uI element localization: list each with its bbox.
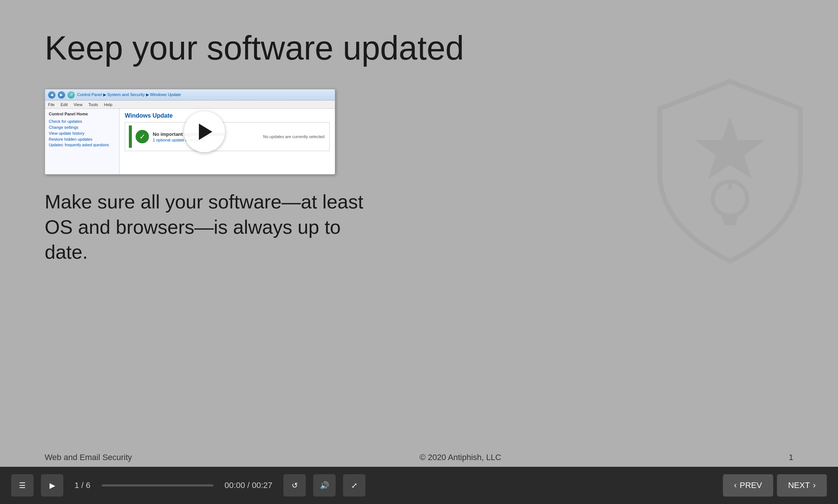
content-area: ◀ ▶ ↺ Control Panel ▶ System and Securit… bbox=[45, 89, 793, 265]
fullscreen-button[interactable]: ⤢ bbox=[343, 474, 365, 497]
menu-file[interactable]: File bbox=[48, 102, 55, 107]
prev-chevron-icon: ‹ bbox=[734, 481, 737, 490]
menu-tools[interactable]: Tools bbox=[88, 102, 98, 107]
main-content: Keep your software updated ◀ ▶ ↺ Control… bbox=[0, 0, 838, 467]
body-text: Make sure all your software—at least OS … bbox=[45, 189, 365, 265]
footer-bar: Web and Email Security © 2020 Antiphish,… bbox=[0, 448, 838, 467]
sidebar-view-history[interactable]: View update history bbox=[49, 131, 115, 135]
menu-bar: File Edit View Tools Help bbox=[45, 101, 335, 109]
green-status-bar bbox=[129, 125, 132, 148]
windows-update-title: Windows Update bbox=[125, 112, 330, 119]
prev-button[interactable]: ‹ PREV bbox=[723, 474, 773, 497]
volume-button[interactable]: 🔊 bbox=[313, 474, 336, 497]
shield-check-icon: ✓ bbox=[136, 130, 149, 143]
menu-list-button[interactable]: ☰ bbox=[11, 474, 34, 497]
update-right-text: No updates are currently selected. bbox=[263, 134, 326, 139]
nav-buttons: ‹ PREV NEXT › bbox=[723, 474, 827, 497]
main-panel: Windows Update ✓ No important updates av… bbox=[120, 109, 335, 174]
time-display: 00:00 / 00:27 bbox=[225, 481, 272, 490]
slide-title: Keep your software updated bbox=[45, 30, 793, 67]
play-pause-button[interactable]: ▶ bbox=[41, 474, 63, 497]
sidebar-change-settings[interactable]: Change settings bbox=[49, 125, 115, 130]
next-label: NEXT bbox=[788, 481, 810, 490]
forward-button[interactable]: ▶ bbox=[58, 91, 65, 99]
footer-copyright: © 2020 Antiphish, LLC bbox=[419, 453, 501, 462]
reload-icon: ↺ bbox=[292, 481, 298, 490]
footer-course-name: Web and Email Security bbox=[45, 453, 132, 462]
control-bar: ☰ ▶ 1 / 6 00:00 / 00:27 ↺ 🔊 ⤢ ‹ PREV NEX… bbox=[0, 467, 838, 504]
list-icon: ☰ bbox=[19, 481, 26, 490]
sidebar-title: Control Panel Home bbox=[49, 112, 115, 116]
time-total: 00:27 bbox=[252, 481, 272, 490]
sidebar-panel: Control Panel Home Check for updates Cha… bbox=[45, 109, 120, 174]
slide-progress: 1 / 6 bbox=[74, 481, 91, 490]
sidebar-check-updates[interactable]: Check for updates bbox=[49, 119, 115, 124]
menu-help[interactable]: Help bbox=[104, 102, 112, 107]
play-button[interactable] bbox=[184, 111, 225, 152]
time-current: 00:00 bbox=[225, 481, 245, 490]
screenshot-container: ◀ ▶ ↺ Control Panel ▶ System and Securit… bbox=[45, 89, 335, 175]
menu-view[interactable]: View bbox=[74, 102, 83, 107]
address-bar: ◀ ▶ ↺ Control Panel ▶ System and Securit… bbox=[45, 89, 335, 101]
update-box: ✓ No important updates available 1 optio… bbox=[125, 122, 330, 151]
footer-page-number: 1 bbox=[789, 453, 793, 462]
fullscreen-icon: ⤢ bbox=[351, 481, 358, 490]
next-chevron-icon: › bbox=[813, 481, 816, 490]
sidebar-faq[interactable]: Updates: frequently asked questions bbox=[49, 143, 115, 147]
refresh-button[interactable]: ↺ bbox=[67, 91, 75, 99]
prev-label: PREV bbox=[740, 481, 762, 490]
back-button[interactable]: ◀ bbox=[48, 91, 55, 99]
progress-bar-container[interactable] bbox=[102, 484, 213, 487]
menu-edit[interactable]: Edit bbox=[61, 102, 68, 107]
reload-button[interactable]: ↺ bbox=[283, 474, 306, 497]
play-triangle-icon bbox=[199, 124, 212, 140]
sidebar-restore-hidden[interactable]: Restore hidden updates bbox=[49, 137, 115, 141]
next-button[interactable]: NEXT › bbox=[777, 474, 827, 497]
address-path: Control Panel ▶ System and Security ▶ Wi… bbox=[77, 92, 332, 97]
play-pause-icon: ▶ bbox=[50, 481, 55, 490]
volume-icon: 🔊 bbox=[320, 481, 329, 490]
